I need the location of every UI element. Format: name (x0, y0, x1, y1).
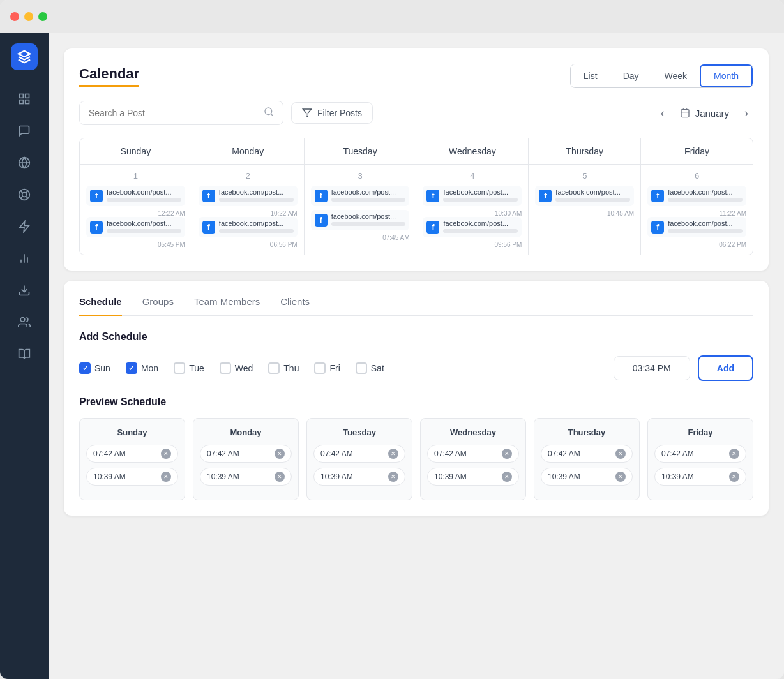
chip-time: 07:42 AM (93, 449, 126, 458)
sidebar-item-messages[interactable] (11, 117, 38, 144)
checkbox-tue[interactable] (174, 362, 185, 374)
remove-time-button[interactable]: ✕ (388, 472, 398, 482)
sidebar-item-megaphone[interactable] (11, 213, 38, 240)
sidebar-item-library[interactable] (11, 341, 38, 368)
sidebar-item-download[interactable] (11, 277, 38, 304)
cal-post[interactable]: f facebook.com/post... (311, 186, 410, 206)
next-month-button[interactable]: › (739, 104, 753, 123)
sidebar-logo[interactable] (11, 43, 38, 70)
cal-cell-wednesday[interactable]: 4 f facebook.com/post... 10:30 AM f face… (416, 165, 528, 255)
tab-week[interactable]: Week (652, 64, 700, 87)
svg-point-17 (265, 108, 272, 115)
time-chip: 10:39 AM ✕ (541, 468, 633, 486)
tab-groups[interactable]: Groups (142, 296, 174, 316)
remove-time-button[interactable]: ✕ (502, 472, 512, 482)
facebook-icon: f (202, 221, 215, 234)
post-url: facebook.com/post... (331, 213, 406, 220)
filter-button[interactable]: Filter Posts (291, 102, 373, 124)
sidebar-item-team[interactable] (11, 309, 38, 336)
cal-post[interactable]: f facebook.com/post... (647, 217, 746, 237)
day-number: 4 (423, 171, 522, 181)
tab-schedule[interactable]: Schedule (79, 296, 122, 316)
sidebar-item-analytics[interactable] (11, 245, 38, 272)
post-url: facebook.com/post... (668, 220, 743, 227)
cal-post[interactable]: f facebook.com/post... (423, 186, 522, 206)
tab-list[interactable]: List (571, 64, 610, 87)
sidebar-item-support[interactable] (11, 181, 38, 208)
day-check-mon[interactable]: Mon (126, 362, 158, 374)
toolbar-left: Filter Posts (79, 101, 373, 125)
checkbox-wed[interactable] (220, 362, 231, 374)
cal-post[interactable]: f facebook.com/post... (199, 186, 298, 206)
post-time: 05:45 PM (86, 241, 185, 248)
day-check-thu[interactable]: Thu (268, 362, 299, 374)
cal-post[interactable]: f facebook.com/post... (311, 210, 410, 230)
remove-time-button[interactable]: ✕ (729, 449, 739, 459)
checkbox-fri[interactable] (314, 362, 326, 374)
chip-time: 10:39 AM (207, 472, 239, 481)
remove-time-button[interactable]: ✕ (161, 472, 171, 482)
chip-time: 07:42 AM (207, 449, 239, 458)
close-button[interactable] (10, 12, 19, 21)
post-placeholder (219, 198, 294, 202)
cal-post[interactable]: f facebook.com/post... (86, 186, 185, 206)
remove-time-button[interactable]: ✕ (729, 472, 739, 482)
titlebar (0, 0, 784, 33)
cal-cell-thursday[interactable]: 5 f facebook.com/post... 10:45 AM (529, 165, 640, 255)
checkbox-thu[interactable] (268, 362, 280, 374)
preview-col-thursday: Thursday 07:42 AM ✕ 10:39 AM ✕ (534, 418, 640, 500)
calendar-title: Calendar (79, 66, 139, 87)
remove-time-button[interactable]: ✕ (388, 449, 398, 459)
checkbox-sat[interactable] (356, 362, 367, 374)
checkbox-mon[interactable] (126, 362, 137, 374)
remove-time-button[interactable]: ✕ (161, 449, 171, 459)
prev-month-button[interactable]: ‹ (656, 104, 670, 123)
remove-time-button[interactable]: ✕ (615, 449, 626, 459)
cal-post[interactable]: f facebook.com/post... (535, 186, 634, 206)
calendar-card: Calendar List Day Week Month (64, 48, 769, 271)
day-number: 3 (311, 171, 410, 181)
sidebar-item-dashboard[interactable] (11, 86, 38, 112)
calendar-header: Calendar List Day Week Month (79, 64, 753, 88)
post-url: facebook.com/post... (443, 188, 518, 196)
preview-title: Preview Schedule (79, 396, 753, 408)
time-chip: 10:39 AM ✕ (313, 468, 405, 486)
search-input[interactable] (89, 108, 257, 118)
cal-post[interactable]: f facebook.com/post... (647, 186, 746, 206)
day-check-wed[interactable]: Wed (220, 362, 253, 374)
day-header-wednesday: Wednesday (416, 138, 528, 164)
time-field[interactable]: 03:34 PM (614, 356, 690, 380)
cal-cell-tuesday[interactable]: 3 f facebook.com/post... f facebook.com/… (305, 165, 416, 255)
add-schedule-button[interactable]: Add (698, 355, 753, 381)
day-label-fri: Fri (329, 363, 340, 373)
facebook-icon: f (90, 190, 103, 202)
tab-month[interactable]: Month (700, 64, 753, 87)
tab-team-members[interactable]: Team Members (194, 296, 260, 316)
day-check-fri[interactable]: Fri (314, 362, 340, 374)
post-time: 11:22 AM (647, 210, 746, 217)
remove-time-button[interactable]: ✕ (275, 449, 285, 459)
tab-clients[interactable]: Clients (280, 296, 310, 316)
checkbox-sun[interactable] (79, 362, 91, 374)
cal-cell-friday[interactable]: 6 f facebook.com/post... 11:22 AM f face… (641, 165, 753, 255)
cal-cell-monday[interactable]: 2 f facebook.com/post... 10:22 AM f face… (192, 165, 304, 255)
remove-time-button[interactable]: ✕ (615, 472, 626, 482)
cal-cell-sunday[interactable]: 1 f facebook.com/post... 12:22 AM f face… (80, 165, 192, 255)
day-check-sat[interactable]: Sat (356, 362, 384, 374)
svg-rect-2 (20, 100, 24, 104)
cal-post[interactable]: f facebook.com/post... (86, 217, 185, 237)
day-check-sun[interactable]: Sun (79, 362, 110, 374)
post-time: 06:22 PM (647, 241, 746, 248)
tab-day[interactable]: Day (610, 64, 652, 87)
minimize-button[interactable] (24, 12, 33, 21)
maximize-button[interactable] (38, 12, 47, 21)
cal-post[interactable]: f facebook.com/post... (423, 217, 522, 237)
chip-time: 07:42 AM (661, 449, 694, 458)
search-box[interactable] (79, 101, 283, 125)
day-label-wed: Wed (235, 363, 253, 373)
remove-time-button[interactable]: ✕ (275, 472, 285, 482)
sidebar-item-network[interactable] (11, 149, 38, 176)
remove-time-button[interactable]: ✕ (502, 449, 512, 459)
cal-post[interactable]: f facebook.com/post... (199, 217, 298, 237)
day-check-tue[interactable]: Tue (174, 362, 204, 374)
